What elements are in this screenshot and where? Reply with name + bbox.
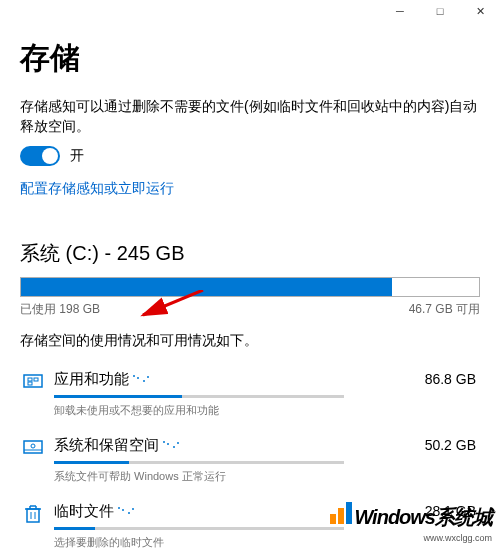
storage-sense-toggle-row: 开 — [20, 146, 480, 166]
svg-rect-4 — [24, 441, 42, 453]
storage-category[interactable]: 应用和功能86.8 GB卸载未使用或不想要的应用和功能 — [20, 360, 480, 426]
category-title: 系统和保留空间 — [54, 436, 183, 455]
system-icon — [20, 436, 46, 456]
free-label: 46.7 GB 可用 — [409, 301, 480, 318]
toggle-label: 开 — [70, 147, 84, 165]
storage-category[interactable]: 系统和保留空间50.2 GB系统文件可帮助 Windows 正常运行 — [20, 426, 480, 492]
drive-free-segment — [392, 278, 479, 296]
settings-page: 存储 存储感知可以通过删除不需要的文件(例如临时文件和回收站中的内容)自动释放空… — [0, 0, 500, 551]
svg-rect-2 — [34, 378, 38, 381]
svg-rect-1 — [28, 378, 32, 381]
category-size: 50.2 GB — [425, 437, 476, 453]
svg-point-6 — [31, 444, 35, 448]
minimize-button[interactable]: ─ — [380, 0, 420, 22]
category-bar — [54, 527, 344, 530]
configure-storage-sense-link[interactable]: 配置存储感知或立即运行 — [20, 180, 174, 198]
category-title: 应用和功能 — [54, 370, 153, 389]
category-subtitle: 选择要删除的临时文件 — [54, 535, 480, 550]
svg-rect-3 — [28, 382, 32, 385]
drive-label: 系统 (C:) - 245 GB — [20, 240, 480, 267]
drive-labels: 已使用 198 GB 46.7 GB 可用 — [20, 301, 480, 318]
category-bar — [54, 461, 344, 464]
close-button[interactable]: ✕ — [460, 0, 500, 22]
watermark: Windows系统城 — [330, 502, 492, 531]
window-controls: ─ □ ✕ — [380, 0, 500, 22]
usage-caption: 存储空间的使用情况和可用情况如下。 — [20, 332, 480, 350]
maximize-button[interactable]: □ — [420, 0, 460, 22]
category-subtitle: 系统文件可帮助 Windows 正常运行 — [54, 469, 480, 484]
category-size: 86.8 GB — [425, 371, 476, 387]
storage-sense-toggle[interactable] — [20, 146, 60, 166]
storage-sense-description: 存储感知可以通过删除不需要的文件(例如临时文件和回收站中的内容)自动释放空间。 — [20, 97, 480, 136]
watermark-url: www.wxclgg.com — [423, 533, 492, 543]
trash-icon — [20, 502, 46, 524]
drive-used-segment — [21, 278, 392, 296]
apps-icon — [20, 370, 46, 390]
category-subtitle: 卸载未使用或不想要的应用和功能 — [54, 403, 480, 418]
svg-rect-7 — [27, 509, 39, 522]
svg-rect-0 — [24, 375, 42, 387]
category-title: 临时文件 — [54, 502, 138, 521]
category-bar — [54, 395, 344, 398]
page-title: 存储 — [20, 38, 480, 79]
drive-usage-bar — [20, 277, 480, 297]
used-label: 已使用 198 GB — [20, 301, 100, 318]
